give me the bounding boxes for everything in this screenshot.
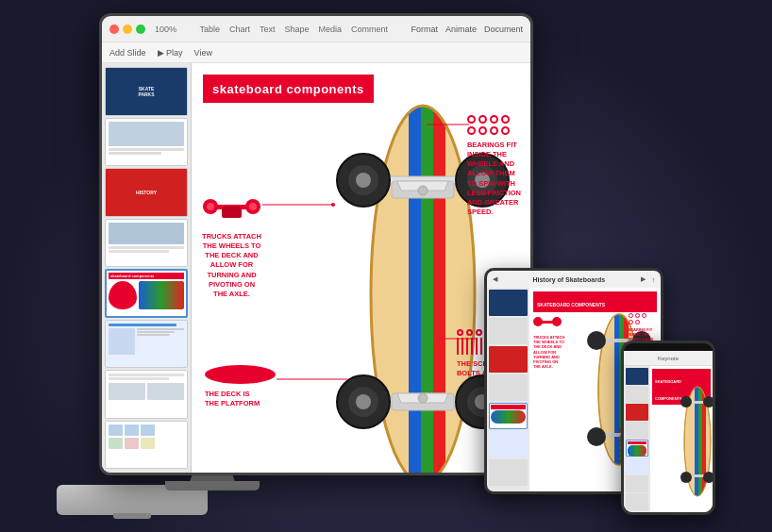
deck-connector — [277, 374, 352, 393]
ipad-back-icon[interactable]: ◀ — [493, 275, 497, 283]
svg-point-62 — [680, 472, 692, 483]
zoom-label: 100% — [155, 25, 176, 34]
iphone-slide-8[interactable] — [626, 493, 648, 510]
ipad-sidebar — [487, 288, 529, 491]
slide-thumb-5[interactable]: skateboard components — [105, 269, 188, 318]
ipad-trucks-annotation: TRUCKS ATTACHTHE WHEELS TOTHE DECK ANDAL… — [533, 314, 564, 369]
iphone-content: skateboard components — [624, 366, 713, 512]
chart-menu[interactable]: Chart — [229, 25, 250, 34]
monitor: 100% Table Chart Text Shape Media Commen… — [99, 13, 533, 475]
iphone-slide-7[interactable] — [626, 475, 648, 492]
iphone-slide-6[interactable] — [626, 457, 648, 474]
iphone-app-title: Keynote — [658, 356, 679, 361]
truck-connector-line — [262, 195, 338, 214]
format-button[interactable]: Format — [411, 25, 438, 34]
slide-title-box: skateboard components — [203, 75, 374, 103]
slides-sidebar: SKATEPARKS HISTORY — [102, 63, 192, 473]
slide-title-text: skateboard components — [212, 82, 364, 96]
add-slide-button[interactable]: Add Slide — [109, 48, 146, 58]
iphone-toolbar: Keynote — [624, 351, 713, 366]
svg-point-12 — [356, 173, 371, 188]
svg-point-30 — [207, 203, 214, 210]
svg-rect-27 — [222, 207, 242, 218]
slide-thumb-1[interactable]: SKATEPARKS — [105, 67, 188, 116]
ipad-slide-thumb-4[interactable] — [489, 374, 528, 401]
ipad-trucks-text: TRUCKS ATTACHTHE WHEELS TOTHE DECK ANDAL… — [533, 335, 564, 369]
slide-thumb-7[interactable] — [105, 370, 188, 419]
shape-menu[interactable]: Shape — [284, 25, 309, 34]
svg-point-51 — [552, 317, 562, 326]
truck-icon-svg — [201, 186, 262, 228]
trucks-annotation-text: TRUCKS ATTACHTHE WHEELS TOTHE DECK ANDAL… — [201, 232, 262, 299]
monitor-base — [165, 481, 260, 490]
media-menu[interactable]: Media — [319, 25, 343, 34]
bearings-annotation-text: BEARINGS FITINSIDE THEWHEELS ANDALLOW TH… — [467, 141, 521, 217]
deck-annotation: THE DECK ISTHE PLATFORM — [205, 365, 276, 408]
document-button[interactable]: Document — [484, 25, 523, 34]
iphone-sidebar — [624, 366, 650, 512]
svg-rect-4 — [433, 106, 445, 473]
svg-point-19 — [418, 393, 428, 403]
deck-annotation-text: THE DECK ISTHE PLATFORM — [205, 390, 276, 408]
slide-thumb-2[interactable] — [105, 118, 188, 167]
svg-rect-2 — [409, 106, 421, 473]
iphone-skateboard-svg — [679, 380, 713, 503]
slide-thumb-3[interactable]: HISTORY — [105, 168, 188, 217]
screws-connector — [439, 334, 481, 343]
slide-thumb-8[interactable] — [105, 421, 188, 470]
minimize-button[interactable] — [123, 25, 132, 34]
svg-point-33 — [331, 203, 335, 207]
svg-point-59 — [680, 396, 692, 407]
view-menu[interactable]: View — [194, 48, 212, 58]
ipad-slide-thumb-1[interactable] — [489, 290, 528, 316]
iphone-device: Keynote — [621, 341, 715, 515]
play-button[interactable]: ▶ Play — [158, 48, 183, 58]
ipad-slide-thumb-7[interactable] — [489, 459, 528, 486]
bearings-annotation: BEARINGS FITINSIDE THEWHEELS ANDALLOW TH… — [467, 115, 521, 217]
toolbar-icons: Table Chart Text Shape Media Comment — [199, 25, 388, 34]
svg-point-44 — [587, 331, 606, 350]
ipad-slide-thumb-3[interactable] — [489, 346, 528, 373]
text-menu[interactable]: Text — [260, 25, 276, 34]
iphone-main-slide: skateboard components — [650, 366, 713, 512]
close-button[interactable] — [109, 25, 119, 34]
main-slide-area[interactable]: skateboard components — [192, 63, 530, 473]
slide-thumb-6[interactable] — [105, 320, 188, 369]
slide-thumb-4[interactable] — [105, 219, 188, 268]
svg-point-47 — [587, 427, 606, 446]
ipad-play-icon[interactable]: ▶ — [641, 275, 646, 283]
ipad-slide-thumb-2[interactable] — [489, 318, 528, 344]
monitor-subtoolbar: Add Slide ▶ Play View — [102, 42, 530, 63]
svg-rect-38 — [614, 314, 619, 465]
mac-mini-port — [113, 513, 151, 519]
svg-point-9 — [418, 186, 428, 195]
iphone-screen: Keynote — [624, 351, 713, 512]
iphone-slide-5[interactable] — [626, 440, 648, 457]
ipad-title: History of Skateboards — [532, 276, 605, 283]
table-menu[interactable]: Table — [199, 25, 220, 34]
ipad-slide-thumb-6[interactable] — [489, 431, 528, 457]
svg-point-50 — [533, 317, 543, 326]
iphone-slide-4[interactable] — [626, 422, 648, 439]
monitor-toolbar: 100% Table Chart Text Shape Media Commen… — [102, 16, 530, 42]
iphone-slide-1[interactable] — [626, 368, 648, 385]
maximize-button[interactable] — [136, 25, 145, 34]
iphone-notch — [649, 343, 687, 351]
truck-icon-area: TRUCKS ATTACHTHE WHEELS TOTHE DECK ANDAL… — [201, 186, 262, 299]
ipad-share-icon[interactable]: ↑ — [652, 276, 656, 283]
iphone-slide-2[interactable] — [626, 386, 648, 403]
monitor-content: SKATEPARKS HISTORY — [102, 63, 530, 473]
bearings-connector — [427, 120, 474, 129]
ipad-slide-thumb-5[interactable] — [489, 403, 528, 429]
animate-button[interactable]: Animate — [445, 25, 477, 34]
svg-point-31 — [249, 203, 257, 210]
ipad-toolbar: ◀ History of Skateboards ▶ ↑ — [487, 271, 661, 288]
svg-rect-3 — [421, 106, 433, 473]
iphone-slide-3[interactable] — [626, 404, 648, 421]
comment-menu[interactable]: Comment — [351, 25, 388, 34]
svg-point-22 — [356, 394, 371, 409]
